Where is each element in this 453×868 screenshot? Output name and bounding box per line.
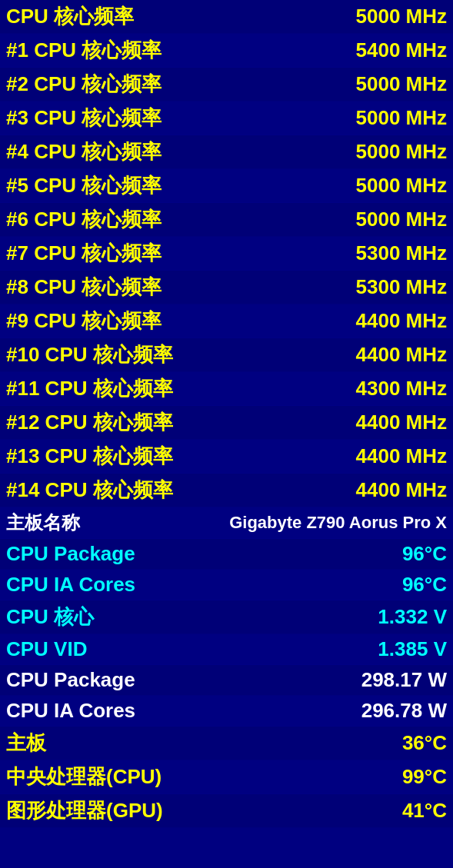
row-label: #13 CPU 核心频率 xyxy=(6,443,173,470)
row-label: #9 CPU 核心频率 xyxy=(6,308,162,334)
row-label: 中央处理器(CPU) xyxy=(6,763,162,790)
row-label: #1 CPU 核心频率 xyxy=(6,37,162,64)
row-value: 1.385 V xyxy=(378,637,447,661)
row-value: 4400 MHz xyxy=(356,478,448,502)
table-row: CPU 核心1.332 V xyxy=(0,600,453,634)
row-label: CPU Package xyxy=(6,668,135,692)
row-label: CPU IA Cores xyxy=(6,699,135,723)
row-value: 5300 MHz xyxy=(356,241,448,265)
row-value: 4400 MHz xyxy=(356,411,448,434)
row-value: 4400 MHz xyxy=(356,309,448,333)
table-row: #6 CPU 核心频率5000 MHz xyxy=(0,203,453,237)
table-row: #12 CPU 核心频率4400 MHz xyxy=(0,406,453,440)
table-row: #1 CPU 核心频率5400 MHz xyxy=(0,34,453,68)
table-row: CPU Package298.17 W xyxy=(0,665,453,696)
row-value: 4400 MHz xyxy=(356,444,448,468)
table-row: 图形处理器(GPU)41°C xyxy=(0,794,453,828)
row-label: #14 CPU 核心频率 xyxy=(6,477,173,504)
row-value: 41°C xyxy=(402,799,447,823)
row-value: 5000 MHz xyxy=(356,106,448,130)
row-value: 298.17 W xyxy=(361,668,447,692)
row-value: 99°C xyxy=(402,765,447,789)
table-row: #11 CPU 核心频率4300 MHz xyxy=(0,372,453,406)
row-label: #5 CPU 核心频率 xyxy=(6,172,162,199)
row-label: CPU 核心频率 xyxy=(6,3,134,30)
table-row: 主板36°C xyxy=(0,727,453,760)
table-row: CPU VID1.385 V xyxy=(0,634,453,665)
row-value: 5000 MHz xyxy=(356,174,448,198)
table-row: #3 CPU 核心频率5000 MHz xyxy=(0,101,453,135)
table-row: #13 CPU 核心频率4400 MHz xyxy=(0,440,453,474)
row-label: #7 CPU 核心频率 xyxy=(6,240,162,267)
row-value: 5000 MHz xyxy=(356,208,448,231)
row-value: 96°C xyxy=(402,573,447,597)
main-container: CPU 核心频率5000 MHz#1 CPU 核心频率5400 MHz#2 CP… xyxy=(0,0,453,828)
table-row: CPU IA Cores96°C xyxy=(0,570,453,600)
row-label: 主板名称 xyxy=(6,510,80,535)
row-value: 5000 MHz xyxy=(356,5,448,28)
table-row: #14 CPU 核心频率4400 MHz xyxy=(0,474,453,507)
table-row: CPU 核心频率5000 MHz xyxy=(0,0,453,34)
table-row: #10 CPU 核心频率4400 MHz xyxy=(0,338,453,372)
row-label: CPU 核心 xyxy=(6,604,94,630)
row-value: 1.332 V xyxy=(378,605,447,629)
row-label: #10 CPU 核心频率 xyxy=(6,341,173,368)
row-label: #6 CPU 核心频率 xyxy=(6,206,162,233)
table-row: #5 CPU 核心频率5000 MHz xyxy=(0,169,453,203)
row-value: 5000 MHz xyxy=(356,72,448,96)
table-row: CPU Package96°C xyxy=(0,539,453,570)
row-label: #8 CPU 核心频率 xyxy=(6,274,162,301)
row-label: 图形处理器(GPU) xyxy=(6,797,163,824)
row-label: 主板 xyxy=(6,730,46,757)
row-value: 96°C xyxy=(402,542,447,566)
table-row: 主板名称Gigabyte Z790 Aorus Pro X xyxy=(0,507,453,539)
row-label: #3 CPU 核心频率 xyxy=(6,105,162,131)
row-value: 36°C xyxy=(402,731,447,755)
table-row: #4 CPU 核心频率5000 MHz xyxy=(0,135,453,169)
table-row: #7 CPU 核心频率5300 MHz xyxy=(0,237,453,271)
table-row: #8 CPU 核心频率5300 MHz xyxy=(0,271,453,304)
row-value: 296.78 W xyxy=(361,699,447,723)
table-row: 中央处理器(CPU)99°C xyxy=(0,760,453,794)
row-label: #2 CPU 核心频率 xyxy=(6,71,162,98)
row-value: 5300 MHz xyxy=(356,275,448,299)
row-label: #4 CPU 核心频率 xyxy=(6,138,162,165)
row-value: Gigabyte Z790 Aorus Pro X xyxy=(229,513,447,533)
row-value: 5400 MHz xyxy=(356,38,448,62)
row-label: CPU IA Cores xyxy=(6,573,135,597)
row-label: CPU VID xyxy=(6,637,87,661)
row-label: #11 CPU 核心频率 xyxy=(6,375,173,402)
table-row: #2 CPU 核心频率5000 MHz xyxy=(0,68,453,101)
rows-wrapper: CPU 核心频率5000 MHz#1 CPU 核心频率5400 MHz#2 CP… xyxy=(0,0,453,828)
table-row: #9 CPU 核心频率4400 MHz xyxy=(0,304,453,338)
row-label: #12 CPU 核心频率 xyxy=(6,409,173,436)
row-value: 4400 MHz xyxy=(356,343,448,367)
table-row: CPU IA Cores296.78 W xyxy=(0,696,453,727)
row-label: CPU Package xyxy=(6,542,135,566)
row-value: 5000 MHz xyxy=(356,140,448,164)
row-value: 4300 MHz xyxy=(356,377,448,401)
